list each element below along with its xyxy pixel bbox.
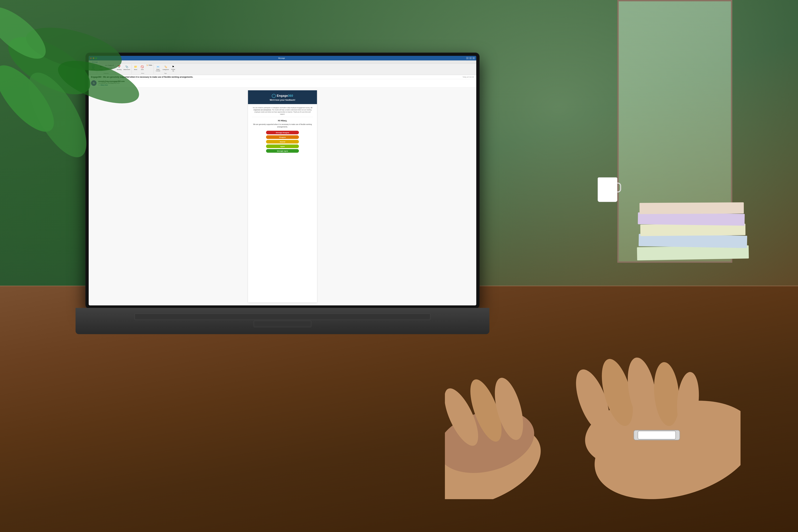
trackpad[interactable] [254,321,311,327]
respond-group-buttons: ↩ Reply ↩↩ Reply All [98,64,114,72]
ribbon-group-quick-steps: 📅 Meeting 📎 Attachment [115,64,132,74]
email-subject-bar: Engage360 - We are genuinely supported w… [89,75,476,79]
sender-avatar: N [91,80,97,86]
template-header-title: We'd love your feedback! [251,99,314,101]
window-title: Message [97,57,466,59]
to-label: To: [98,84,100,86]
read-unread-button[interactable]: 📧 Read Unread [154,64,162,72]
attachment-button[interactable]: 📎 Attachment [123,64,131,71]
email-body: ○ Engage360 We'd love your feedback! [89,87,476,305]
keyboard[interactable] [135,314,430,328]
intro-text-start: You are invited to participate in Cottin… [252,107,310,109]
book-4 [638,212,745,226]
to-recipient: Hilary Post [100,84,108,86]
option-agree[interactable]: Agree [266,145,299,148]
minimize-button[interactable] [93,57,94,59]
forward-label: Forward [107,67,112,69]
categorize-button[interactable]: 🏷️ Categorize [162,64,170,71]
delete-label: Delete [91,69,95,70]
ribbon-tab-message[interactable]: Message [90,60,100,63]
reply-all-label: Reply All [108,64,114,66]
answer-options: Strongly Disagree Disagree Neutral Agree… [252,131,313,153]
option-disagree[interactable]: Disagree [266,135,299,139]
ribbon-group-move: 📁 Move 🚫 Junk 📜 [132,64,154,74]
template-intro: You are invited to participate in Cottin… [252,107,313,117]
ribbon-content: 🗑️ Delete ↩ [89,63,476,75]
forward-icon: ↪ [105,67,107,69]
ribbon: Message 🗑️ Delete [89,60,476,75]
reply-button[interactable]: ↩ Reply [98,64,104,71]
email-metadata: N noreply@mg.myengage360.com <noreply@mg… [89,79,476,87]
follow-up-label: Follow Up [171,69,175,72]
reply-icon: ↩ [100,64,102,69]
meeting-button[interactable]: 📅 Meeting [116,64,122,71]
laptop-screen: Message ─ □ ✕ Message [89,56,476,305]
junk-label: Junk [141,69,144,70]
email-timestamp: Today at 8:18 AM [462,76,474,78]
maximize-button[interactable] [95,57,97,59]
respond-group-label: Respond [98,73,114,74]
attachment-icon: 📎 [125,64,129,69]
junk-button[interactable]: 🚫 Junk [139,64,145,71]
main-scene: Message ─ □ ✕ Message [0,0,798,532]
delete-icon: 🗑️ [91,64,95,69]
email-subject: Engage360 - We are genuinely supported w… [91,76,193,78]
sender-info: noreply@mg.myengage360.com <noreply@mg.m… [98,80,474,86]
move-icon: 📁 [134,64,137,69]
question-text: We are genuinely supported when it is ne… [252,123,313,128]
forward-button[interactable]: ↪ Forward [104,67,114,69]
close-button[interactable] [90,57,92,59]
delete-group-buttons: 🗑️ Delete [90,64,96,74]
move-group-buttons: 📁 Move 🚫 Junk 📜 [133,64,153,72]
laptop-keyboard-base [76,308,489,334]
book-3 [640,224,746,236]
move-button[interactable]: 📁 Move [133,64,139,71]
meeting-label: Meeting [117,69,121,70]
logo-text-360: 360 [288,94,293,97]
book-5 [640,202,744,214]
win-restore[interactable]: □ [469,57,472,59]
email-to-line: To: Hilary Post [98,84,474,86]
sender-name: noreply@mg.myengage360.com [98,80,474,82]
book-2 [639,234,747,248]
reply-all-button[interactable]: ↩↩ Reply All [104,64,114,66]
rules-button[interactable]: 📜 Rules [146,64,153,66]
win-minimize[interactable]: ─ [466,57,469,59]
move-label: Move [134,69,137,70]
rules-group: 📜 Rules [146,64,153,66]
delete-button[interactable]: 🗑️ Delete [90,64,96,71]
option-strongly-agree[interactable]: Strongly Agree [266,149,299,153]
window-controls [90,57,97,59]
email-template: ○ Engage360 We'd love your feedback! [248,90,317,302]
meeting-icon: 📅 [117,64,121,69]
follow-up-icon: ⚑ [172,64,174,69]
win-buttons: ─ □ ✕ [466,57,475,59]
logo-row: ○ Engage360 [251,94,314,98]
sender-email-address: <noreply@mg.myengage360.com> [98,82,474,84]
mug-handle [617,183,621,192]
reply-label: Reply [99,69,103,70]
reply-all-icon: ↩↩ [105,64,108,66]
keyboard-rows [135,314,430,320]
read-unread-label: Read Unread [156,69,160,72]
move-group-label: Move [133,73,153,74]
template-header: ○ Engage360 We'd love your feedback! [248,90,317,104]
question-section: Hi Hilary, We are genuinely supported wh… [252,117,313,155]
junk-icon: 🚫 [140,64,144,69]
ribbon-group-tags: 📧 Read Unread 🏷️ Categorize ⚑ [154,64,177,74]
categorize-label: Categorize [163,69,169,70]
win-close[interactable]: ✕ [472,57,475,59]
laptop: Message ─ □ ✕ Message [86,53,496,348]
ribbon-group-respond: ↩ Reply ↩↩ Reply All [97,64,115,74]
follow-up-button[interactable]: ⚑ Follow Up [170,64,176,72]
tags-group-buttons: 📧 Read Unread 🏷️ Categorize ⚑ [154,64,176,72]
logo-text-engage: Engage [277,94,288,97]
engage360-logo-icon: ○ [272,94,276,98]
greeting-text: Hi Hilary, [252,119,313,122]
option-strongly-disagree[interactable]: Strongly Disagree [266,131,299,134]
ribbon-group-delete: 🗑️ Delete [89,64,97,74]
ribbon-tabs: Message [89,60,476,63]
option-neutral[interactable]: Neutral [266,140,299,144]
outlook-window: Message ─ □ ✕ Message [89,56,476,305]
attachment-label: Attachment [124,69,130,70]
